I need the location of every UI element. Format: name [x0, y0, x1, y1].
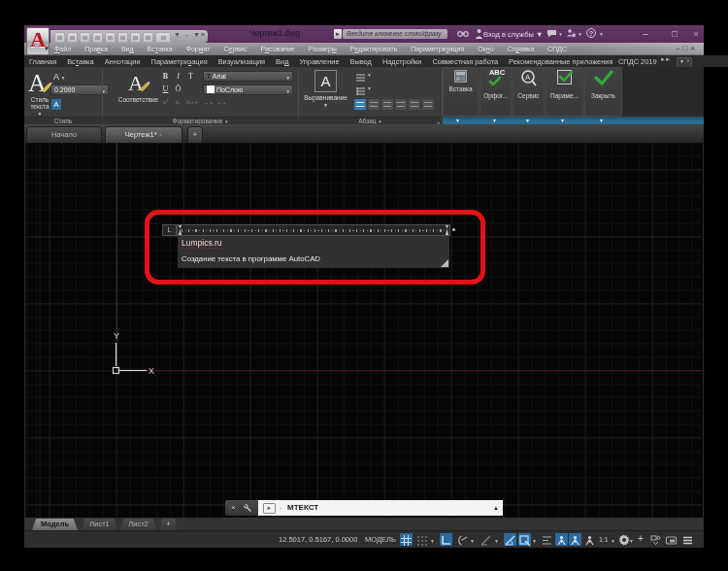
svg-text:A: A [525, 73, 531, 82]
svg-text:X: X [149, 366, 154, 376]
svg-text:Y: Y [114, 331, 119, 341]
svg-text:A: A [128, 71, 144, 95]
